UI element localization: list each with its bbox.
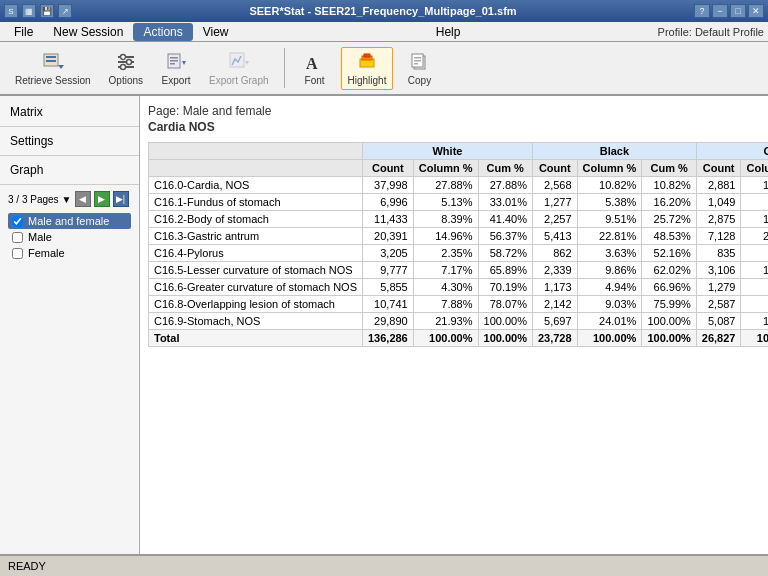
row-value: 22.81% [577, 228, 642, 245]
row-value: 9.51% [577, 211, 642, 228]
row-value: 7.88% [413, 296, 478, 313]
row-value: 66.96% [642, 279, 696, 296]
row-value: 1,279 [696, 279, 741, 296]
row-value: 29,890 [362, 313, 413, 330]
svg-rect-20 [414, 57, 421, 59]
copy-button[interactable]: Copy [397, 47, 441, 90]
table-row: C16.8-Overlapping lesion of stomach10,74… [149, 296, 769, 313]
row-value: 7.17% [413, 262, 478, 279]
help-button[interactable]: ? [694, 4, 710, 18]
export-graph-button[interactable]: Export Graph [202, 47, 275, 90]
page-label-male: Male [28, 231, 52, 243]
title-bar-left: S ▦ 💾 ↗ [4, 4, 72, 18]
table-row: C16.0-Cardia, NOS37,99827.88%27.88%2,568… [149, 177, 769, 194]
export-button[interactable]: Export [154, 47, 198, 90]
table-row: C16.3-Gastric antrum20,39114.96%56.37%5,… [149, 228, 769, 245]
row-value: 8.39% [413, 211, 478, 228]
page-list: Male and female Male Female [0, 211, 139, 263]
row-value: 56.37% [478, 228, 532, 245]
row-value: 2,568 [532, 177, 577, 194]
row-label: C16.9-Stomach, NOS [149, 313, 363, 330]
row-value: 100.00% [577, 330, 642, 347]
table-row: Total136,286100.00%100.00%23,728100.00%1… [149, 330, 769, 347]
sidebar-matrix[interactable]: Matrix [0, 100, 139, 124]
menu-actions[interactable]: Actions [133, 23, 192, 41]
row-value: 25.72% [642, 211, 696, 228]
close-button[interactable]: ✕ [748, 4, 764, 18]
row-value: 33.01% [478, 194, 532, 211]
highlight-button[interactable]: Highlight [341, 47, 394, 90]
row-value: 23,728 [532, 330, 577, 347]
svg-point-6 [120, 54, 125, 59]
svg-rect-10 [170, 57, 178, 59]
page-item-male-and-female[interactable]: Male and female [8, 213, 131, 229]
svg-point-8 [120, 64, 125, 69]
row-value: 2,339 [532, 262, 577, 279]
font-button[interactable]: A Font [293, 47, 337, 90]
menu-help[interactable]: Help [426, 23, 471, 41]
data-table: White Black Other Count Column % Cum % C… [148, 142, 768, 347]
svg-rect-21 [414, 60, 421, 62]
row-value: 62.02% [642, 262, 696, 279]
prev-page-button[interactable]: ◀ [75, 191, 91, 207]
retrieve-session-button[interactable]: Retrieve Session [8, 47, 98, 90]
row-label: C16.2-Body of stomach [149, 211, 363, 228]
row-label: C16.4-Pylorus [149, 245, 363, 262]
maximize-button[interactable]: □ [730, 4, 746, 18]
retrieve-session-label: Retrieve Session [15, 75, 91, 86]
sidebar-divider-2 [0, 155, 139, 156]
page-checkbox-male-and-female[interactable] [12, 216, 23, 227]
row-value: 48.53% [642, 228, 696, 245]
highlight-icon [356, 51, 378, 73]
pages-label: 3 / 3 Pages [8, 194, 59, 205]
row-label: C16.5-Lesser curvature of stomach NOS [149, 262, 363, 279]
col-group-other: Other [696, 143, 768, 160]
menu-view[interactable]: View [193, 23, 239, 41]
table-row: C16.9-Stomach, NOS29,89021.93%100.00%5,6… [149, 313, 769, 330]
menu-new-session[interactable]: New Session [43, 23, 133, 41]
col-header-label [149, 143, 363, 160]
row-value: 1,173 [532, 279, 577, 296]
export-graph-icon [228, 51, 250, 73]
row-label: C16.8-Overlapping lesion of stomach [149, 296, 363, 313]
row-value: 100.00% [741, 330, 768, 347]
main-area: Matrix Settings Graph 3 / 3 Pages ▼ ◀ ▶ … [0, 96, 768, 554]
row-value: 11.58% [741, 262, 768, 279]
col-header-other-pct: Column % [741, 160, 768, 177]
row-value: 26,827 [696, 330, 741, 347]
col-group-black: Black [532, 143, 696, 160]
page-item-female[interactable]: Female [8, 245, 131, 261]
table-row: C16.6-Greater curvature of stomach NOS5,… [149, 279, 769, 296]
sidebar-settings[interactable]: Settings [0, 129, 139, 153]
last-page-button[interactable]: ▶| [113, 191, 129, 207]
title-bar: S ▦ 💾 ↗ SEER*Stat - SEER21_Frequency_Mul… [0, 0, 768, 22]
row-value: 136,286 [362, 330, 413, 347]
row-value: 24.01% [577, 313, 642, 330]
page-label-female: Female [28, 247, 65, 259]
page-checkbox-male[interactable] [12, 232, 23, 243]
row-value: 2,257 [532, 211, 577, 228]
row-value: 75.99% [642, 296, 696, 313]
sidebar-graph[interactable]: Graph [0, 158, 139, 182]
font-label: Font [305, 75, 325, 86]
options-button[interactable]: Options [102, 47, 150, 90]
app-icon4: ↗ [58, 4, 72, 18]
col-header-empty [149, 160, 363, 177]
row-value: 5,697 [532, 313, 577, 330]
options-icon [115, 51, 137, 73]
row-value: 3,106 [696, 262, 741, 279]
menu-file[interactable]: File [4, 23, 43, 41]
page-checkbox-female[interactable] [12, 248, 23, 259]
col-header-black-count: Count [532, 160, 577, 177]
row-value: 3,205 [362, 245, 413, 262]
row-value: 16.20% [642, 194, 696, 211]
row-value: 9,777 [362, 262, 413, 279]
row-value: 11,433 [362, 211, 413, 228]
row-value: 10.74% [741, 177, 768, 194]
next-page-button[interactable]: ▶ [94, 191, 110, 207]
minimize-button[interactable]: − [712, 4, 728, 18]
window-title: SEER*Stat - SEER21_Frequency_Multipage_0… [72, 5, 694, 17]
row-value: 5,413 [532, 228, 577, 245]
row-value: 10.82% [642, 177, 696, 194]
page-item-male[interactable]: Male [8, 229, 131, 245]
